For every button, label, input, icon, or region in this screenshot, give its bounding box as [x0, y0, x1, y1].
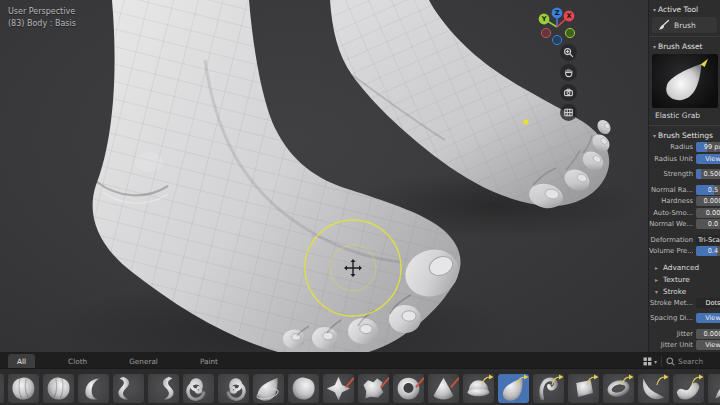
brush-thumbnail-star[interactable] — [323, 374, 354, 403]
value-field[interactable]: 0.000 — [696, 329, 720, 339]
yellow-arrow-icon — [620, 374, 634, 388]
brush-thumbnail-patch[interactable] — [358, 374, 389, 403]
asset-catalog-tabs: AllClothGeneralPaint — [0, 354, 643, 368]
active-tool-header[interactable]: ▾ Active Tool — [649, 3, 720, 16]
value-field[interactable]: 0.00 — [696, 208, 720, 218]
brush-thumbnail-swirl[interactable] — [183, 374, 214, 403]
setting-label: Strength — [649, 170, 693, 178]
value-slider[interactable]: 0.500 — [696, 169, 720, 179]
setting-label: Normal We... — [649, 220, 693, 228]
brush-asset-name: Elastic Grab — [649, 108, 720, 122]
svg-text:Z: Z — [555, 9, 560, 17]
brush-shape-icon — [9, 374, 38, 403]
value-field[interactable]: 0.000 — [696, 196, 720, 206]
subpanel-texture[interactable]: ▸Texture — [649, 274, 720, 286]
setting-label: Normal Ra... — [649, 186, 693, 194]
chevron-down-icon: ▾ — [655, 288, 660, 295]
brush-thumbnail-crescent[interactable] — [78, 374, 109, 403]
camera-view-button[interactable] — [560, 84, 577, 101]
brush-thumbnail-twist[interactable] — [708, 374, 720, 403]
subpanel-label: Stroke — [663, 287, 686, 296]
perspective-toggle-button[interactable] — [560, 104, 577, 121]
divider — [649, 125, 720, 126]
brush-thumbnail-hat[interactable] — [463, 374, 494, 403]
catalog-tab-general[interactable]: General — [120, 354, 167, 368]
setting-label: Radius Unit — [649, 155, 693, 163]
axis-neg-x — [541, 28, 550, 37]
brush-shape-icon — [394, 374, 423, 403]
brush-thumbnail-drop-selected[interactable] — [498, 374, 529, 403]
search-input[interactable]: Search — [666, 357, 718, 366]
toggle-button[interactable]: View — [696, 313, 720, 323]
brush-preview-image[interactable] — [652, 54, 718, 108]
brush-thumbnail-scurve[interactable] — [113, 374, 144, 403]
brush-thumbnail-hook[interactable] — [533, 374, 564, 403]
divider — [661, 356, 662, 366]
zoom-icon — [563, 47, 574, 58]
dropdown-select[interactable]: Dots — [696, 298, 720, 308]
setting-label: Jitter Unit — [649, 341, 693, 349]
search-icon — [666, 357, 675, 366]
brush-tool-icon — [657, 19, 670, 32]
toggle-button[interactable]: View — [696, 340, 720, 350]
brush-thumbnail-row — [0, 369, 720, 405]
viewport-header-text: User Perspective (83) Body : Basis — [8, 6, 76, 30]
brush-thumbnail-cloth[interactable] — [8, 374, 39, 403]
tool-settings-sidebar: ▾ Active Tool Brush ▾ Brush Asset Elasti… — [648, 0, 720, 352]
yellow-arrow-icon — [550, 374, 564, 388]
chevron-down-icon: ▾ — [653, 132, 656, 139]
brush-thumbnail-ring[interactable] — [603, 374, 634, 403]
toggle-button[interactable]: View — [696, 154, 720, 164]
yellow-arrow-icon — [585, 374, 599, 388]
value-slider[interactable]: 0.4 — [696, 246, 720, 256]
brush-thumbnail-scurve2[interactable] — [148, 374, 179, 403]
catalog-tab-cloth[interactable]: Cloth — [59, 354, 96, 368]
value-text: Dots — [705, 299, 720, 307]
subpanel-stroke[interactable]: ▾Stroke — [649, 286, 720, 298]
value-text: 0.0 — [708, 220, 719, 228]
setting-label: Stroke Met... — [649, 299, 693, 307]
brush-settings-header[interactable]: ▾ Brush Settings — [649, 129, 720, 142]
catalog-tab-paint[interactable]: Paint — [191, 354, 227, 368]
chevron-down-icon: ▾ — [653, 43, 656, 50]
brush-shape-icon — [79, 374, 108, 403]
brush-thumbnail-crater[interactable] — [393, 374, 424, 403]
chevron-down-icon: ▾ — [654, 358, 657, 365]
setting-label: Radius — [649, 143, 693, 151]
brush-thumbnail-drop-ring[interactable] — [253, 374, 284, 403]
brush-thumbnail-blob2[interactable] — [288, 374, 319, 403]
value-text: 0.00 — [706, 209, 720, 217]
brush-shape-icon — [289, 374, 318, 403]
value-text: 0.000 — [704, 197, 720, 205]
viewport-3d[interactable]: User Perspective (83) Body : Basis Y Z X — [0, 0, 648, 352]
brush-thumbnail-blob[interactable] — [0, 374, 4, 403]
value-slider[interactable]: 0.5 — [696, 185, 720, 195]
brush-shape-icon — [149, 374, 178, 403]
chevron-right-icon: ▸ — [655, 276, 660, 283]
brush-thumbnail-square[interactable] — [568, 374, 599, 403]
brush-thumbnail-trumpet[interactable] — [638, 374, 669, 403]
setting-row: DeformationTri-Scal... — [649, 235, 720, 245]
stroke-anchor-dot — [523, 119, 528, 124]
asset-shelf-header: AllClothGeneralPaint ▾ Search — [0, 352, 720, 369]
pan-button[interactable] — [560, 64, 577, 81]
display-options-button[interactable]: ▾ — [643, 357, 657, 366]
value-text: View — [705, 341, 720, 349]
brush-thumbnail-wave[interactable] — [673, 374, 704, 403]
brush-thumbnail-cone[interactable] — [428, 374, 459, 403]
value-field[interactable]: 0.0 — [696, 219, 720, 229]
brush-thumbnail-cloth2[interactable] — [43, 374, 74, 403]
shelf-header-controls: ▾ Search — [643, 356, 720, 368]
zoom-button[interactable] — [560, 44, 577, 61]
search-placeholder: Search — [678, 357, 703, 366]
active-tool-row[interactable]: Brush — [652, 17, 717, 33]
dropdown-select[interactable]: Tri-Scal... — [696, 235, 720, 245]
subpanel-advanced[interactable]: ▸Advanced — [649, 262, 720, 274]
chevron-down-icon: ▾ — [653, 6, 656, 13]
brush-asset-header[interactable]: ▾ Brush Asset — [649, 40, 720, 53]
value-text: View — [705, 155, 720, 163]
axis-neg-y — [565, 28, 574, 37]
value-slider[interactable]: 99 px — [696, 142, 720, 152]
brush-thumbnail-swirl2[interactable] — [218, 374, 249, 403]
catalog-tab-all[interactable]: All — [8, 354, 35, 368]
